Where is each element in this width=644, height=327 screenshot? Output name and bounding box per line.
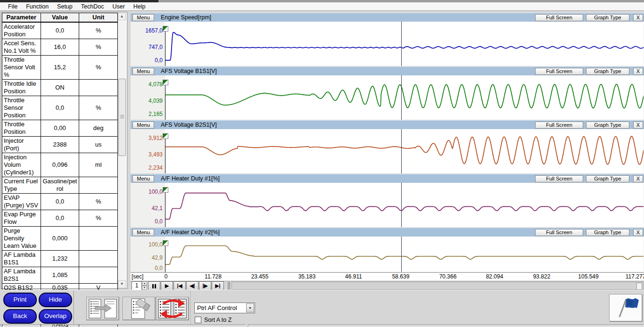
table-row[interactable]: Throttle Sensor Position0,0%: [2, 96, 118, 120]
parameter-name-cell: Throttle Idle Position: [2, 80, 41, 96]
table-scrollbar-thumb[interactable]: [118, 79, 126, 156]
table-row[interactable]: Injection Volum (Cylinder1)0,096ml: [2, 153, 118, 177]
graph-type-button[interactable]: Graph Type: [586, 229, 629, 236]
swap-lists-button[interactable]: [156, 297, 189, 320]
parameter-name-cell: Evap Purge Flow: [2, 210, 41, 227]
parameter-unit-cell: %: [79, 56, 118, 80]
table-row[interactable]: EVAP (Purge) VSV0,0%: [2, 194, 118, 210]
time-scrollbar-thumb[interactable]: [636, 283, 642, 290]
spinner-up-icon[interactable]: ▲: [142, 281, 147, 286]
skip-end-button[interactable]: ▶|: [212, 281, 224, 290]
dropdown-value: Ptrl AF Control: [195, 303, 255, 311]
close-icon[interactable]: X: [633, 68, 643, 75]
parameter-unit-cell: [79, 267, 118, 284]
column-header-parameter: Parameter: [2, 13, 41, 23]
graph-panel: MenuEngine Speed[rpm]Full ScreenGraph Ty…: [131, 13, 644, 66]
menu-item-setup[interactable]: Setup: [53, 3, 77, 10]
toolbar-divider: [190, 290, 191, 325]
pause-button[interactable]: [148, 281, 160, 290]
menu-item-file[interactable]: File: [4, 3, 22, 10]
time-cursor-line[interactable]: [401, 237, 402, 272]
graph-type-button[interactable]: Graph Type: [586, 68, 629, 75]
y-axis-label: 42,9: [131, 254, 163, 262]
full-screen-button[interactable]: Full Screen: [535, 14, 583, 21]
trace-line: [165, 237, 644, 272]
column-header-value: Value: [41, 13, 79, 23]
table-row[interactable]: Current Fuel TypeGasoline/petrol: [2, 177, 118, 194]
close-icon[interactable]: X: [633, 14, 643, 21]
table-row[interactable]: Throttle Position0,00deg: [2, 120, 118, 137]
swap-lists-icon: [157, 313, 189, 321]
spinner-down-icon[interactable]: ▼: [142, 286, 147, 290]
full-screen-button[interactable]: Full Screen: [535, 229, 583, 236]
time-tick-label: 70.366: [439, 273, 457, 280]
print-button[interactable]: Print: [3, 293, 37, 307]
close-icon[interactable]: X: [633, 122, 643, 129]
time-cursor-line[interactable]: [401, 75, 402, 120]
graph-menu-button[interactable]: Menu: [132, 229, 154, 236]
parameter-value-cell: 0,096: [41, 153, 79, 177]
scroll-up-icon[interactable]: ▲: [118, 13, 126, 20]
copy-list-button[interactable]: [86, 297, 119, 320]
parameter-value-cell: 0,0: [41, 210, 79, 227]
table-scrollbar[interactable]: ▲ ▼: [118, 13, 126, 288]
graph-menu-button[interactable]: Menu: [132, 175, 154, 182]
table-row[interactable]: Accelerator Position0,0%: [2, 22, 118, 39]
graph-menu-button[interactable]: Menu: [132, 14, 154, 21]
parameter-unit-cell: [79, 177, 118, 194]
playbar-splitter[interactable]: [228, 282, 230, 290]
bottom-toolbar: Print Hide Back Overlap: [0, 290, 644, 325]
parameter-unit-cell: %: [79, 194, 118, 210]
full-screen-button[interactable]: Full Screen: [535, 175, 583, 182]
graph-title: A/F Heater Duty #1[%]: [161, 175, 220, 182]
playback-bar: 1 ▲ ▼ ▶|◀◀||▶▶|: [131, 281, 644, 290]
erase-list-button[interactable]: [123, 297, 156, 320]
hide-button[interactable]: Hide: [39, 293, 72, 307]
table-row[interactable]: Injector (Port)2388us: [2, 137, 118, 153]
time-scrollbar[interactable]: [231, 282, 644, 290]
table-row[interactable]: Purge Density Learn Value0,000: [2, 227, 118, 251]
interval-spinner[interactable]: 1: [132, 281, 142, 290]
parameter-group-dropdown[interactable]: Ptrl AF Control ▼: [194, 302, 255, 313]
menu-item-techdoc[interactable]: TechDoc: [77, 3, 108, 10]
parameter-value-cell: 0,0: [41, 22, 79, 39]
table-row[interactable]: Throttle Idle PositionON: [2, 80, 118, 96]
graph-menu-button[interactable]: Menu: [132, 122, 154, 129]
parameter-table-body: Accelerator Position0,0%Accel Sens. No.1…: [2, 22, 118, 327]
full-screen-button[interactable]: Full Screen: [535, 68, 583, 75]
time-cursor-line[interactable]: [401, 129, 402, 173]
table-row[interactable]: Evap Purge Flow0,0%: [2, 210, 118, 227]
step-forward-button[interactable]: |▶: [199, 281, 211, 290]
table-row[interactable]: AF Lambda B2S11,085: [2, 267, 118, 284]
menu-item-function[interactable]: Function: [22, 3, 53, 10]
scroll-down-icon[interactable]: ▼: [118, 280, 126, 288]
graph-panel-header: MenuAFS Voltage B1S1[V]Full ScreenGraph …: [131, 66, 644, 75]
time-cursor-line[interactable]: [401, 183, 402, 227]
skip-start-button[interactable]: |◀: [173, 281, 186, 290]
close-icon[interactable]: X: [633, 229, 643, 236]
graph-type-button[interactable]: Graph Type: [586, 14, 629, 21]
chevron-down-icon[interactable]: ▼: [246, 303, 254, 312]
parameter-unit-cell: %: [79, 96, 118, 120]
table-row[interactable]: Throttle Sensor Volt %15,2%: [2, 56, 118, 80]
flag-icon: [610, 314, 642, 322]
close-icon[interactable]: X: [633, 175, 643, 182]
graph-menu-button[interactable]: Menu: [132, 68, 154, 75]
table-row[interactable]: Accel Sens. No.1 Volt %16,0%: [2, 39, 118, 56]
play-button[interactable]: ▶: [161, 281, 173, 290]
parameter-name-cell: Injector (Port): [2, 137, 41, 153]
y-axis-label: 2,165: [131, 111, 163, 118]
overlap-button[interactable]: Overlap: [39, 309, 72, 324]
time-cursor-line[interactable]: [401, 22, 402, 66]
back-button[interactable]: Back: [3, 309, 37, 324]
graph-type-button[interactable]: Graph Type: [586, 175, 629, 182]
full-screen-button[interactable]: Full Screen: [535, 122, 583, 129]
graph-type-button[interactable]: Graph Type: [586, 122, 629, 129]
menu-item-user[interactable]: User: [108, 3, 129, 10]
menu-item-help[interactable]: Help: [129, 3, 150, 10]
step-back-button[interactable]: ◀|: [186, 281, 198, 290]
sort-checkbox[interactable]: [195, 317, 201, 323]
table-row[interactable]: AF Lambda B1S11,232: [2, 251, 118, 267]
graph-plot-area: 4,0784,0392,165: [131, 75, 644, 120]
flag-button[interactable]: [609, 294, 642, 321]
